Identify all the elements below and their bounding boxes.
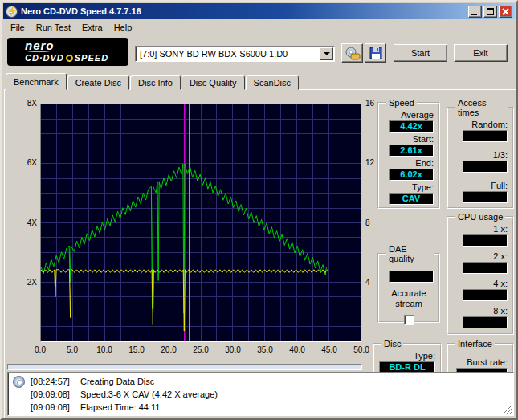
floppy-save-icon (369, 47, 382, 59)
full-label: Full: (453, 181, 508, 191)
x-axis-label: 35.0 (257, 345, 272, 354)
minimize-button[interactable] (468, 6, 482, 18)
random-label: Random: (453, 120, 508, 130)
nero-logo-speed: SPEED (75, 53, 108, 63)
progress-bar (7, 364, 362, 370)
minimize-icon (471, 8, 479, 15)
app-icon (6, 6, 18, 18)
speed-type-value: CAV (390, 194, 433, 204)
benchmark-chart (40, 104, 361, 342)
x-axis-label: 40.0 (289, 345, 304, 354)
log-box[interactable]: [08:24:57] Creating Data Disc [09:09:08]… (7, 372, 514, 416)
log-entry: [08:24:57] Creating Data Disc (31, 375, 510, 388)
one-third-value-field (463, 161, 508, 173)
average-value-field: 4.42x (389, 120, 434, 133)
start-button[interactable]: Start (394, 44, 447, 62)
disc-ring-icon (66, 55, 73, 62)
disc-icon (13, 376, 25, 388)
log-entry-text: Creating Data Disc (80, 375, 154, 388)
y-axis-label: 8 (365, 218, 370, 227)
nero-logo-word: nero (25, 39, 128, 51)
save-button[interactable] (365, 43, 386, 63)
menubar: File Run Test Extra Help (3, 19, 515, 35)
eject-disc-button[interactable] (341, 43, 363, 63)
menu-run-test[interactable]: Run Test (31, 21, 76, 34)
x-axis-label: 50.0 (353, 345, 369, 354)
exit-button[interactable]: Exit (454, 44, 508, 62)
drive-select-dropdown-button[interactable] (320, 47, 333, 60)
average-value: 4.42x (390, 121, 433, 132)
disc-group-title: Disc (381, 339, 403, 349)
random-value-field (463, 130, 508, 142)
x-axis-label: 45.0 (321, 345, 336, 354)
log-entry-time: [09:09:08] (31, 401, 80, 414)
x-axis-label: 25.0 (193, 345, 208, 354)
y-axis-left-labels: 8X6X4X2X (11, 104, 39, 342)
x-axis-label: 0.0 (35, 345, 46, 354)
accurate-stream-checkbox[interactable] (404, 315, 414, 325)
tab-disc-quality[interactable]: Disc Quality (182, 75, 245, 90)
tab-create-disc[interactable]: Create Disc (67, 75, 129, 90)
x-axis-labels: 0.05.010.015.020.025.030.035.040.045.050… (24, 345, 377, 355)
one-third-label: 1/3: (453, 150, 508, 161)
speed-type-field: CAV (389, 193, 434, 205)
tab-disc-info[interactable]: Disc Info (130, 75, 181, 90)
y-axis-label: 2X (27, 278, 37, 287)
nero-logo-cddvd: CD·DVD (25, 53, 64, 63)
tab-scandisc[interactable]: ScanDisc (246, 75, 299, 90)
start-value-field: 2.61x (389, 145, 434, 157)
benchmark-plot (41, 104, 361, 341)
speed-group-title: Speed (386, 98, 417, 108)
y-axis-label: 6X (27, 158, 37, 167)
full-value-field (463, 191, 508, 203)
window-title: Nero CD-DVD Speed 4.7.7.16 (21, 6, 468, 16)
access-times-group: Access times Random: 1/3: Full: (447, 98, 514, 209)
close-icon (502, 8, 509, 15)
tab-bar: Benchmark Create Disc Disc Info Disc Qua… (6, 73, 300, 90)
cpu-1x-field (463, 234, 508, 247)
dae-quality-field (389, 271, 434, 283)
hand-disc-icon (345, 47, 361, 60)
maximize-button[interactable] (483, 6, 497, 18)
cpu-usage-group-title: CPU usage (455, 212, 505, 222)
cpu-2x-field (463, 262, 508, 274)
y-axis-label: 12 (365, 158, 374, 167)
y-axis-label: 16 (365, 99, 374, 108)
drive-select[interactable]: [7:0] SONY BD RW BDX-S600U 1.D0 (135, 46, 335, 62)
y-axis-label: 4X (27, 218, 37, 227)
end-label: End: (384, 158, 434, 169)
cpu-4x-label: 4 x: (453, 279, 508, 289)
log-entry-text: Elapsed Time: 44:11 (80, 401, 160, 414)
dae-quality-group-title: DAE quality (386, 244, 434, 263)
maximize-icon (487, 8, 494, 15)
menu-file[interactable]: File (5, 21, 31, 34)
log-entry-time: [08:24:57] (31, 375, 80, 388)
cpu-8x-field (463, 316, 508, 328)
dae-quality-group: DAE quality Accurate stream (377, 244, 440, 323)
cpu-4x-field (463, 289, 508, 301)
tab-benchmark[interactable]: Benchmark (6, 73, 67, 90)
end-value: 6.02x (390, 169, 433, 180)
drive-select-value: [7:0] SONY BD RW BDX-S600U 1.D0 (136, 49, 320, 59)
menu-extra[interactable]: Extra (76, 21, 108, 34)
log-entry-time: [09:09:08] (31, 388, 80, 401)
x-axis-label: 10.0 (96, 345, 112, 354)
cpu-8x-label: 8 x: (453, 306, 508, 316)
menu-help[interactable]: Help (108, 21, 138, 34)
log-entry-text: Speed:3-6 X CAV (4.42 X average) (80, 388, 218, 401)
end-value-field: 6.02x (389, 169, 434, 181)
start-label: Start: (384, 134, 434, 145)
accurate-stream-label: Accurate stream (384, 288, 434, 309)
access-times-group-title: Access times (455, 98, 508, 117)
close-button[interactable] (499, 6, 512, 18)
speed-type-label: Type: (384, 182, 434, 193)
titlebar: Nero CD-DVD Speed 4.7.7.16 (3, 3, 515, 19)
x-axis-label: 15.0 (128, 345, 144, 354)
speed-group: Speed Average 4.42x Start: 2.61x End: 6.… (377, 98, 440, 209)
nero-logo: nero CD·DVD SPEED (7, 38, 128, 66)
resize-grip[interactable] (502, 404, 512, 414)
chevron-down-icon (324, 52, 330, 55)
y-axis-label: 4 (365, 278, 370, 287)
x-axis-label: 20.0 (161, 345, 176, 354)
log-entry: [09:09:08] Speed:3-6 X CAV (4.42 X avera… (31, 388, 510, 401)
